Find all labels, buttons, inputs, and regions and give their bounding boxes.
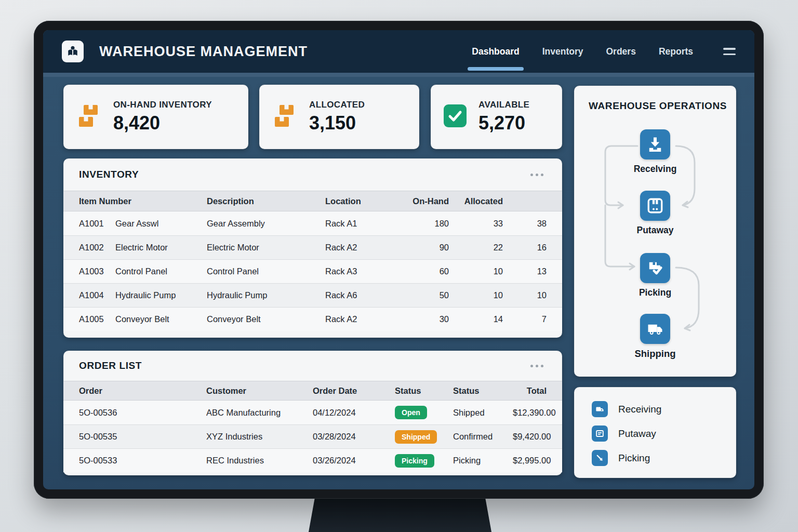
col-on-hand: On-Hand xyxy=(394,196,449,206)
nav-inventory[interactable]: Inventory xyxy=(541,41,584,62)
operations-title: WAREHOUSE OPERATIONS xyxy=(574,86,736,112)
stat-label: ON-HAND INVENTORY xyxy=(113,100,212,110)
nav-orders-label: Orders xyxy=(606,46,635,57)
table-row[interactable]: 5O-00536 ABC Manufacturing 04/12/2024 Op… xyxy=(63,401,562,424)
legend-label: Putaway xyxy=(618,428,656,440)
topbar-divider xyxy=(43,73,754,77)
shipping-icon[interactable] xyxy=(640,314,670,344)
stat-card-allocated: ALLOCATED 3,150 xyxy=(259,85,419,149)
stat-label: ALLOCATED xyxy=(309,100,365,110)
col-status: Status xyxy=(453,386,513,396)
nav-inventory-label: Inventory xyxy=(542,46,583,57)
flow-step-putaway: Putaway xyxy=(574,191,736,236)
stat-card-available: AVAILABLE 5,270 xyxy=(431,85,562,149)
putaway-icon[interactable] xyxy=(640,191,670,221)
inventory-table-header: Item Number Description Location On-Hand… xyxy=(63,191,562,211)
table-row[interactable]: A1002Electric Motor Electric MotorRack A… xyxy=(63,235,562,259)
boxes-icon xyxy=(76,104,102,130)
col-item-number: Item Number xyxy=(79,196,207,206)
table-row[interactable]: 5O-00535 XYZ Industries 03/28/2024 Shipp… xyxy=(63,424,562,448)
status-badge: Shipped xyxy=(395,430,437,444)
flow-step-picking: Picking xyxy=(574,253,736,298)
boxes-icon xyxy=(272,104,298,130)
hamburger-menu-icon[interactable] xyxy=(723,48,736,55)
app-logo xyxy=(62,41,84,62)
inventory-menu-ellipsis-icon[interactable] xyxy=(527,170,547,179)
legend-label: Picking xyxy=(618,453,650,464)
warehouse-operations-panel: WAREHOUSE OPERATIONS xyxy=(574,86,736,377)
table-row[interactable]: A1005Conveyor Belt Conveyor BeltRack A2 … xyxy=(63,307,562,331)
col-description: Description xyxy=(207,196,325,206)
putaway-small-icon xyxy=(592,425,608,442)
stat-value: 5,270 xyxy=(478,112,529,134)
picking-icon[interactable] xyxy=(640,253,670,283)
col-allocated: Allocated xyxy=(449,196,503,206)
check-icon xyxy=(443,104,467,130)
receiving-icon[interactable] xyxy=(640,129,670,159)
desk-background: WAREHOUSE MANAGEMENT Dashboard Inventory… xyxy=(0,0,798,532)
legend-panel: Receiving Putaway xyxy=(574,387,736,478)
stat-value: 3,150 xyxy=(309,112,365,134)
legend-item-receiving[interactable]: Receiving xyxy=(592,401,736,417)
flow-step-shipping: Shipping xyxy=(574,314,736,360)
nav-reports[interactable]: Reports xyxy=(658,41,694,62)
active-tab-underline xyxy=(468,67,523,71)
receiving-small-icon xyxy=(592,401,608,417)
col-status-badge: Status xyxy=(395,386,453,396)
status-badge: Picking xyxy=(395,454,434,468)
nav-dashboard[interactable]: Dashboard xyxy=(471,41,520,62)
nav-orders[interactable]: Orders xyxy=(605,41,636,62)
legend-item-putaway[interactable]: Putaway xyxy=(592,425,736,442)
inventory-table-body: A1001Gear Asswl Gear AssemblyRack A1 180… xyxy=(63,211,562,331)
order-list-title: ORDER LIST xyxy=(79,360,142,371)
screen: WAREHOUSE MANAGEMENT Dashboard Inventory… xyxy=(43,30,754,489)
status-badge: Open xyxy=(395,406,427,419)
open-box-logo-icon xyxy=(65,44,80,59)
col-order-date: Order Date xyxy=(313,386,395,396)
flow-step-label: Picking xyxy=(639,287,671,298)
table-row[interactable]: A1004Hydraulic Pump Hydraulic PumpRack A… xyxy=(63,283,562,307)
stat-value: 8,420 xyxy=(113,112,212,134)
col-location: Location xyxy=(325,196,394,206)
col-customer: Customer xyxy=(206,386,313,396)
flow-step-label: Shipping xyxy=(634,348,675,360)
table-row[interactable]: 5O-00533 REC Industries 03/26/2024 Picki… xyxy=(63,448,562,472)
nav-reports-label: Reports xyxy=(659,46,693,57)
monitor-frame: WAREHOUSE MANAGEMENT Dashboard Inventory… xyxy=(34,21,764,499)
col-order: Order xyxy=(79,386,206,396)
inventory-panel: INVENTORY Item Number Description Locati… xyxy=(63,158,562,338)
flow-step-label: Recelving xyxy=(634,164,677,175)
stat-label: AVAILABLE xyxy=(478,100,529,110)
legend-item-picking[interactable]: Picking xyxy=(592,450,736,466)
table-row[interactable]: A1003Control Panel Control PanelRack A3 … xyxy=(63,259,562,283)
nav-dashboard-label: Dashboard xyxy=(472,46,519,57)
flow-step-receiving: Recelving xyxy=(574,129,736,175)
legend-label: Receiving xyxy=(618,404,661,415)
order-list-menu-ellipsis-icon[interactable] xyxy=(527,362,547,370)
order-table-body: 5O-00536 ABC Manufacturing 04/12/2024 Op… xyxy=(63,401,562,472)
table-row[interactable]: A1001Gear Asswl Gear AssemblyRack A1 180… xyxy=(63,211,562,235)
page-title: WAREHOUSE MANAGEMENT xyxy=(99,44,308,60)
main-nav: Dashboard Inventory Orders Reports xyxy=(471,41,694,62)
monitor-stand xyxy=(309,497,491,532)
picking-small-icon xyxy=(592,450,608,466)
top-navigation-bar: WAREHOUSE MANAGEMENT Dashboard Inventory… xyxy=(43,30,754,73)
inventory-title: INVENTORY xyxy=(79,169,139,180)
flow-step-label: Putaway xyxy=(637,225,674,236)
order-list-panel: ORDER LIST Order Customer Order Date Sta… xyxy=(63,351,562,475)
order-table-header: Order Customer Order Date Status Status … xyxy=(63,381,562,401)
stat-card-on-hand: ON-HAND INVENTORY 8,420 xyxy=(63,85,248,149)
col-total: Total xyxy=(513,386,547,396)
